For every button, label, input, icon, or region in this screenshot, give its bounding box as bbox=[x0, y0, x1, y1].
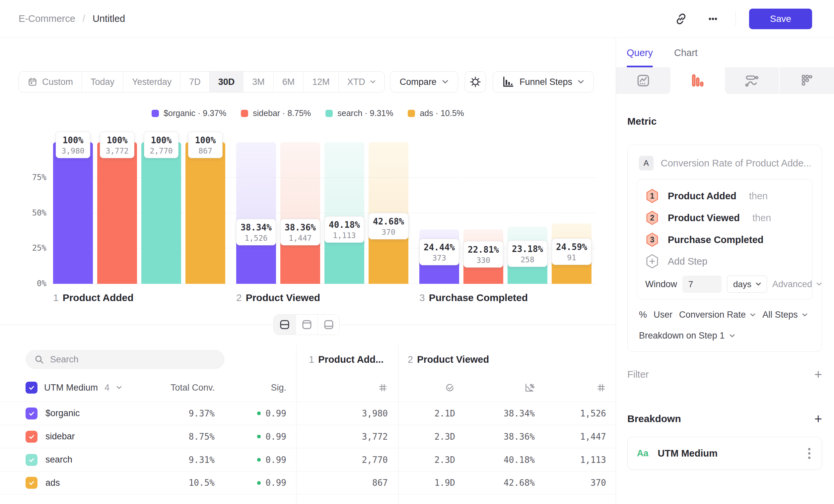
range-yesterday[interactable]: Yesterday bbox=[123, 72, 180, 92]
step-axis-label-2: 2Product Viewed bbox=[236, 292, 320, 303]
legend-item-sidebar[interactable]: sidebar · 8.75% bbox=[241, 109, 311, 118]
filter-section-header: Filter + bbox=[627, 368, 822, 381]
add-filter-button[interactable]: + bbox=[814, 368, 822, 381]
row-checkbox[interactable] bbox=[25, 408, 38, 419]
funnel-bar-sidebar-step3[interactable]: 22.81%330 bbox=[463, 142, 503, 284]
bar-conversion-pct: 100% bbox=[148, 135, 174, 146]
column-header-step2-count[interactable] bbox=[541, 374, 616, 402]
bar-count: 867 bbox=[192, 146, 218, 156]
add-step-button[interactable]: Add Step bbox=[645, 252, 804, 270]
bar-value-label: 40.18%1,113 bbox=[325, 216, 364, 243]
chart-type-button[interactable]: Funnel Steps bbox=[492, 71, 594, 92]
metric-step-2[interactable]: 2Product Viewedthen bbox=[645, 209, 804, 227]
row-checkbox[interactable] bbox=[25, 431, 38, 443]
metric-step-3[interactable]: 3Purchase Completed bbox=[645, 230, 804, 249]
funnel-bar-sidebar-step2[interactable]: 38.36%1,447 bbox=[280, 142, 320, 284]
funnel-bar-organic-step1[interactable]: 100%3,980 bbox=[53, 142, 93, 284]
tab-funnels[interactable] bbox=[671, 67, 725, 94]
legend-item-organic[interactable]: $organic · 9.37% bbox=[152, 109, 226, 118]
step1-count-cell: 2,770 bbox=[296, 448, 398, 471]
measure-type-select[interactable]: Conversion Rate bbox=[679, 310, 756, 320]
funnel-bar-search-step2[interactable]: 40.18%1,113 bbox=[325, 142, 364, 284]
view-toggle-split[interactable] bbox=[274, 315, 295, 335]
group-column-label[interactable]: UTM Medium bbox=[44, 383, 98, 393]
column-header-total-conv[interactable]: Total Conv. bbox=[170, 374, 217, 402]
tab-retention[interactable] bbox=[725, 67, 780, 94]
toolbar: CustomTodayYesterday7D30D3M6M12MXTD Comp… bbox=[0, 71, 616, 92]
range-7d[interactable]: 7D bbox=[180, 72, 209, 92]
range-12m[interactable]: 12M bbox=[303, 72, 338, 92]
calendar-icon bbox=[27, 77, 38, 87]
legend-item-ads[interactable]: ads · 10.5% bbox=[408, 109, 464, 118]
bar-dropoff-area bbox=[325, 142, 364, 227]
funnel-steps-icon bbox=[502, 76, 514, 88]
breadcrumb-parent[interactable]: E-Commerce bbox=[19, 13, 75, 24]
funnel-bar-organic-step3[interactable]: 24.44%373 bbox=[419, 142, 459, 284]
range-3m[interactable]: 3M bbox=[243, 72, 273, 92]
breakdown-item-card[interactable]: Aa UTM Medium bbox=[627, 437, 822, 470]
select-all-checkbox[interactable] bbox=[25, 382, 38, 394]
bar-conversion-pct: 24.59% bbox=[556, 242, 587, 253]
tab-query[interactable]: Query bbox=[627, 38, 653, 67]
search-box[interactable] bbox=[25, 350, 225, 369]
step-hexagon-number: 3 bbox=[645, 232, 659, 247]
significance-dot bbox=[257, 458, 261, 462]
column-header-avg-time[interactable] bbox=[398, 374, 475, 402]
column-header-conv-rate[interactable] bbox=[475, 374, 541, 402]
chevron-down-icon bbox=[816, 282, 822, 286]
main-panel: CustomTodayYesterday7D30D3M6M12MXTD Comp… bbox=[0, 38, 616, 504]
view-toggle-chart-only[interactable] bbox=[295, 315, 317, 335]
view-toggle-table-only[interactable] bbox=[317, 315, 339, 335]
more-options-button[interactable] bbox=[704, 9, 722, 28]
range-label: 6M bbox=[282, 77, 295, 87]
measure-scope-select[interactable]: All Steps bbox=[762, 310, 808, 320]
metric-step-1[interactable]: 1Product Addedthen bbox=[645, 187, 804, 205]
bar-count: 258 bbox=[512, 255, 543, 265]
metric-title-row[interactable]: A Conversion Rate of Product Adde... bbox=[637, 155, 812, 172]
range-custom[interactable]: Custom bbox=[19, 72, 82, 92]
row-checkbox[interactable] bbox=[25, 477, 38, 489]
breakdown-item-menu-button[interactable] bbox=[806, 446, 812, 461]
funnel-bar-ads-step1[interactable]: 100%867 bbox=[185, 142, 225, 284]
copy-link-button[interactable] bbox=[672, 9, 690, 28]
add-breakdown-button[interactable]: + bbox=[814, 412, 822, 426]
legend-swatch bbox=[241, 110, 248, 117]
add-step-hexagon-icon bbox=[645, 254, 659, 269]
range-6m[interactable]: 6M bbox=[273, 72, 304, 92]
search-input[interactable] bbox=[50, 354, 209, 365]
range-30d[interactable]: 30D bbox=[209, 72, 243, 92]
tab-insights[interactable] bbox=[616, 67, 671, 94]
bar-count: 2,770 bbox=[148, 146, 174, 156]
range-xtd[interactable]: XTD bbox=[338, 72, 385, 92]
funnel-bar-sidebar-step1[interactable]: 100%3,772 bbox=[97, 142, 137, 284]
row-checkbox[interactable] bbox=[25, 454, 38, 466]
legend-item-search[interactable]: search · 9.31% bbox=[325, 109, 393, 118]
breakdown-on-step-select[interactable]: Breakdown on Step 1 bbox=[637, 330, 812, 341]
page-title[interactable]: Untitled bbox=[92, 13, 125, 24]
tab-chart[interactable]: Chart bbox=[674, 38, 698, 67]
toolbar-right: Compare Funnel Steps bbox=[390, 71, 594, 92]
window-value-input[interactable] bbox=[682, 276, 722, 293]
funnel-bar-organic-step2[interactable]: 38.34%1,526 bbox=[236, 142, 276, 284]
funnel-bar-ads-step2[interactable]: 42.68%370 bbox=[369, 142, 409, 284]
save-button[interactable]: Save bbox=[749, 8, 812, 29]
chevron-down-icon[interactable] bbox=[116, 386, 122, 390]
funnel-bar-search-step1[interactable]: 100%2,770 bbox=[141, 142, 181, 284]
column-header-step1-count[interactable] bbox=[296, 374, 398, 402]
step1-count-cell: 3,772 bbox=[296, 425, 398, 448]
measure-user[interactable]: User bbox=[654, 310, 673, 320]
legend-label: $organic · 9.37% bbox=[163, 109, 226, 118]
chart-settings-button[interactable] bbox=[465, 71, 486, 92]
tab-flows[interactable] bbox=[780, 67, 834, 94]
bar-conversion-pct: 23.18% bbox=[512, 244, 543, 255]
step-name: Product Viewed bbox=[246, 292, 321, 303]
advanced-toggle[interactable]: Advanced bbox=[772, 279, 822, 290]
clock-check-icon bbox=[444, 382, 455, 393]
window-unit-select[interactable]: days bbox=[727, 276, 767, 293]
funnel-bar-ads-step3[interactable]: 24.59%91 bbox=[552, 142, 592, 284]
compare-button[interactable]: Compare bbox=[390, 71, 458, 92]
bar-count: 1,447 bbox=[285, 233, 316, 243]
funnel-bar-search-step3[interactable]: 23.18%258 bbox=[508, 142, 547, 284]
range-today[interactable]: Today bbox=[82, 72, 123, 92]
column-header-sig[interactable]: Sig. bbox=[217, 374, 296, 402]
